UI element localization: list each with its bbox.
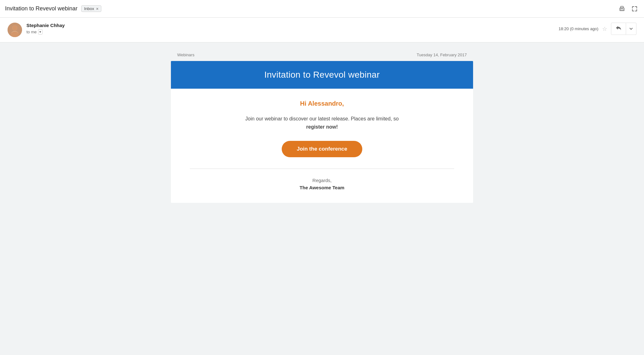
body-paragraph: Join our webinar to discover our latest … bbox=[190, 115, 454, 131]
reply-button[interactable] bbox=[611, 23, 626, 35]
star-button[interactable]: ☆ bbox=[602, 25, 607, 32]
email-meta-right: 18:20 (0 minutes ago) ☆ bbox=[559, 23, 636, 35]
top-bar-right bbox=[618, 4, 639, 13]
email-banner: Invitation to Revevol webinar bbox=[171, 61, 473, 89]
banner-title: Invitation to Revevol webinar bbox=[264, 70, 380, 80]
sender-name: Stephanie Chhay bbox=[26, 23, 65, 28]
to-me-dropdown-button[interactable]: ▾ bbox=[38, 29, 42, 35]
svg-rect-2 bbox=[621, 9, 623, 10]
section-label: Webinars bbox=[177, 53, 195, 57]
to-me-label: to me bbox=[26, 30, 37, 34]
avatar bbox=[8, 23, 22, 37]
inbox-tag: Inbox × bbox=[81, 5, 101, 12]
email-content: Webinars Tuesday 14, February 2017 Invit… bbox=[171, 49, 473, 203]
inbox-tag-label: Inbox bbox=[84, 6, 94, 11]
email-meta-row: Webinars Tuesday 14, February 2017 bbox=[171, 49, 473, 61]
sender-details: Stephanie Chhay to me ▾ bbox=[26, 23, 65, 35]
regards-text: Regards, bbox=[190, 178, 454, 183]
expand-button[interactable] bbox=[630, 4, 639, 13]
action-buttons bbox=[611, 23, 636, 35]
sender-info: Stephanie Chhay to me ▾ bbox=[8, 23, 65, 37]
email-card: Invitation to Revevol webinar Hi Alessan… bbox=[171, 61, 473, 203]
email-body-wrapper: Webinars Tuesday 14, February 2017 Invit… bbox=[0, 42, 644, 209]
greeting-text: Hi Alessandro, bbox=[190, 100, 454, 107]
join-conference-button[interactable]: Join the conference bbox=[282, 141, 363, 157]
email-date: Tuesday 14, February 2017 bbox=[417, 53, 467, 57]
team-name: The Awesome Team bbox=[190, 185, 454, 190]
inbox-tag-close-icon[interactable]: × bbox=[96, 7, 99, 11]
email-divider bbox=[190, 169, 454, 169]
to-me-row: to me ▾ bbox=[26, 29, 65, 35]
more-actions-button[interactable] bbox=[626, 23, 636, 35]
body-text-part1: Join our webinar to discover our latest … bbox=[245, 116, 398, 121]
svg-point-3 bbox=[620, 8, 621, 9]
email-time: 18:20 (0 minutes ago) bbox=[559, 26, 598, 31]
top-bar-left: Invitation to Revevol webinar Inbox × bbox=[5, 5, 101, 12]
body-text-bold: register now! bbox=[306, 124, 338, 130]
svg-point-7 bbox=[12, 25, 17, 31]
email-body-content: Hi Alessandro, Join our webinar to disco… bbox=[171, 89, 473, 203]
top-bar: Invitation to Revevol webinar Inbox × bbox=[0, 0, 644, 18]
email-subject: Invitation to Revevol webinar bbox=[5, 5, 77, 12]
email-header: Stephanie Chhay to me ▾ 18:20 (0 minutes… bbox=[0, 18, 644, 42]
print-button[interactable] bbox=[618, 4, 626, 13]
